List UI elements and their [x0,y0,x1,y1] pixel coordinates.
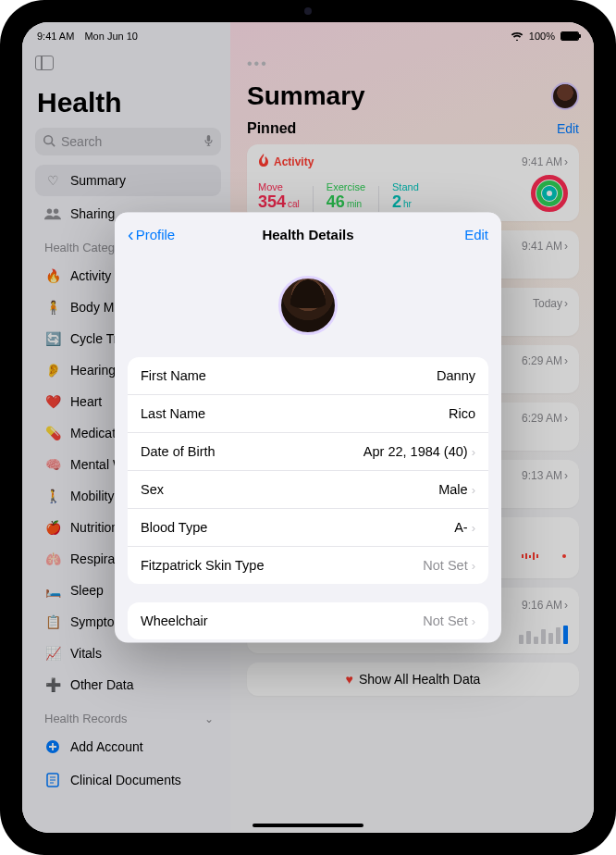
health-details-modal: ‹ Profile Health Details Edit First Name… [115,213,501,643]
wheelchair-list: Wheelchair Not Set› [128,602,488,639]
screen: 9:41 AM Mon Jun 10 100% Health [22,22,594,833]
row-label: Sex [141,482,164,497]
row-value: Rico [449,406,475,421]
modal-navbar: ‹ Profile Health Details Edit [115,213,501,255]
row-value: Male [438,482,467,497]
detail-row-fitzpatrick-skin-type[interactable]: Fitzpatrick Skin TypeNot Set› [128,547,488,584]
detail-row-blood-type[interactable]: Blood TypeA-› [128,509,488,547]
back-button[interactable]: ‹ Profile [128,225,175,243]
row-value: A- [454,520,468,535]
health-details-list: First NameDannyLast NameRicoDate of Birt… [128,357,488,584]
row-value: Not Set [423,613,467,628]
detail-row-first-name: First NameDanny [128,357,488,395]
chevron-left-icon: ‹ [128,225,134,243]
row-label: Fitzpatrick Skin Type [141,558,265,573]
camera-dot [304,7,312,15]
chevron-right-icon: › [472,613,475,627]
modal-title: Health Details [262,226,353,242]
ipad-frame: 9:41 AM Mon Jun 10 100% Health [0,0,616,855]
row-label: Date of Birth [141,444,216,459]
profile-avatar[interactable] [278,276,338,335]
row-value: Not Set [423,558,467,573]
chevron-right-icon: › [472,444,475,458]
detail-row-last-name: Last NameRico [128,395,488,433]
row-value: Apr 22, 1984 (40) [363,444,468,459]
row-label: Wheelchair [141,613,208,628]
detail-row-date-of-birth[interactable]: Date of BirthApr 22, 1984 (40)› [128,433,488,471]
home-indicator[interactable] [253,824,363,827]
detail-row-sex[interactable]: SexMale› [128,471,488,509]
row-value: Danny [437,368,475,383]
chevron-right-icon: › [472,558,475,572]
wheelchair-row[interactable]: Wheelchair Not Set› [128,602,488,639]
modal-edit-button[interactable]: Edit [464,226,488,242]
chevron-right-icon: › [472,520,475,534]
row-label: Blood Type [141,520,207,535]
chevron-right-icon: › [472,482,475,496]
row-label: First Name [141,368,206,383]
row-label: Last Name [141,406,205,421]
